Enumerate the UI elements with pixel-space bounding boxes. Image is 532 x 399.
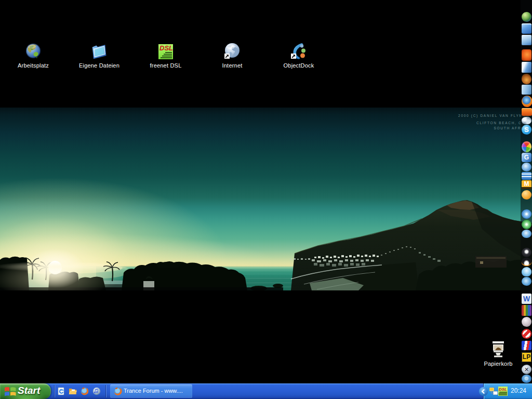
svg-text:2000 (C) DANIEL VAN FLYMAN: 2000 (C) DANIEL VAN FLYMAN bbox=[458, 114, 529, 118]
svg-text:DSL: DSL bbox=[499, 387, 507, 392]
svg-text:DSL: DSL bbox=[159, 44, 173, 52]
